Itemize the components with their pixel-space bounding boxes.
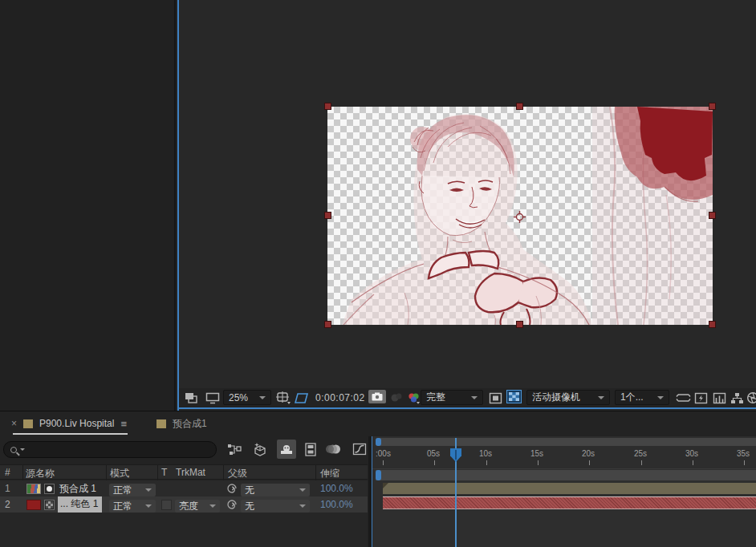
- precomp-thumbnail: [26, 484, 41, 494]
- region-of-interest-icon[interactable]: [489, 390, 502, 406]
- layer-thumbnail: [26, 480, 41, 496]
- work-area-start-handle[interactable]: [376, 470, 381, 480]
- column-divider[interactable]: [22, 465, 23, 480]
- magnification-dropdown[interactable]: 25%: [223, 390, 271, 405]
- stretch-value[interactable]: 100.0%: [320, 496, 353, 513]
- chevron-down-icon: [471, 396, 478, 399]
- layered-viewports-icon[interactable]: [185, 390, 198, 406]
- graph-editor-icon[interactable]: [350, 440, 369, 459]
- blend-mode-dropdown[interactable]: 正常: [109, 498, 156, 514]
- column-header-stretch[interactable]: 伸缩: [320, 467, 339, 480]
- layer-2-duration-bar[interactable]: [383, 496, 756, 509]
- comp-color-swatch: [23, 419, 33, 428]
- chevron-down-icon: [598, 396, 604, 399]
- selection-handle-top-right[interactable]: [709, 103, 715, 109]
- selection-handle-top-left[interactable]: [325, 103, 331, 109]
- search-input[interactable]: [30, 444, 198, 456]
- selection-handle-bottom-left[interactable]: [325, 322, 331, 327]
- ruler-tick: 25s: [634, 449, 647, 458]
- resolution-value: 完整: [426, 391, 445, 404]
- column-header-source[interactable]: 源名称: [26, 467, 55, 480]
- selection-handle-mid-left[interactable]: [325, 213, 331, 218]
- view-layout-value: 1个...: [620, 391, 644, 404]
- anchor-point[interactable]: [514, 211, 526, 223]
- parent-pickwhip-icon[interactable]: [226, 496, 238, 513]
- layer-name[interactable]: ... 纯色 1: [58, 496, 102, 513]
- preserve-transparency-checkbox[interactable]: [161, 496, 172, 513]
- view-layout-dropdown[interactable]: 1个...: [615, 390, 669, 405]
- layer-search-box[interactable]: [3, 441, 217, 458]
- selection-handle-top-center[interactable]: [517, 103, 522, 109]
- time-ruler[interactable]: :00s 05s 10s 15s 20s 25s 30s 35s: [372, 446, 756, 469]
- reset-exposure-icon[interactable]: [746, 390, 756, 406]
- layer-row-1[interactable]: 1 预合成 1 正常 无 100.0%: [0, 480, 368, 496]
- layer-row-2[interactable]: 2 ... 纯色 1 正常 亮度 无 100.0%: [0, 496, 368, 513]
- grid-guides-options-icon[interactable]: [276, 390, 291, 406]
- monitor-icon[interactable]: [205, 390, 220, 406]
- active-panel-border-left[interactable]: [177, 0, 179, 411]
- timeline-column-headers: # 源名称 模式 T TrkMat 父级 伸缩: [0, 464, 368, 480]
- take-snapshot-button[interactable]: [368, 390, 386, 403]
- comp-color-swatch: [156, 419, 166, 428]
- timeline-tab-active[interactable]: × P900.Liv Hospital ≡: [11, 411, 127, 436]
- selection-handle-mid-right[interactable]: [709, 213, 715, 218]
- show-channels-icon[interactable]: [407, 390, 421, 406]
- active-panel-border-bottom: [177, 407, 756, 409]
- solid-color-swatch: [26, 500, 41, 510]
- 3d-view-dropdown[interactable]: 活动摄像机: [526, 390, 610, 405]
- column-divider[interactable]: [106, 465, 107, 480]
- stretch-value[interactable]: 100.0%: [320, 480, 353, 496]
- selection-handle-bottom-center[interactable]: [517, 322, 522, 327]
- current-timecode[interactable]: 0:00:07:02: [315, 390, 365, 406]
- viewer-toolbar: 25% 0:00:07:02: [179, 388, 756, 407]
- panel-menu-icon[interactable]: ≡: [120, 418, 127, 430]
- parent-dropdown[interactable]: 无: [241, 482, 310, 498]
- work-area-bar[interactable]: [376, 470, 756, 480]
- layer-name[interactable]: 预合成 1: [59, 480, 96, 496]
- transparency-badge-icon[interactable]: [46, 501, 53, 509]
- timeline-panel: × P900.Liv Hospital ≡ 预合成1: [0, 411, 756, 547]
- motion-blur-icon[interactable]: [324, 440, 343, 459]
- column-header-trkmat[interactable]: TrkMat: [176, 467, 205, 478]
- ruler-tick: 30s: [685, 449, 698, 458]
- pixel-aspect-correction-icon[interactable]: [676, 390, 691, 406]
- navigator-start-handle[interactable]: [376, 438, 381, 446]
- selection-handle-bottom-right[interactable]: [709, 322, 715, 327]
- active-tab-underline: [13, 433, 128, 435]
- parent-pickwhip-icon[interactable]: [226, 480, 238, 496]
- layer-badge: [44, 480, 55, 496]
- mask-shape-visibility-icon[interactable]: [295, 390, 309, 406]
- column-header-mode[interactable]: 模式: [110, 467, 129, 480]
- parent-dropdown[interactable]: 无: [241, 498, 310, 514]
- timeline-controls-row: [0, 436, 369, 464]
- column-divider[interactable]: [223, 465, 224, 480]
- ruler-tick: 05s: [427, 449, 440, 458]
- search-options-arrow-icon[interactable]: [20, 448, 25, 451]
- composition-canvas[interactable]: [327, 107, 713, 325]
- composition-mini-flowchart-icon[interactable]: [225, 440, 244, 459]
- ruler-tick: 15s: [530, 449, 543, 458]
- chevron-down-icon: [299, 488, 306, 492]
- show-snapshot-icon[interactable]: [390, 390, 403, 406]
- column-header-parent[interactable]: 父级: [228, 467, 247, 480]
- fast-previews-icon[interactable]: [694, 390, 708, 406]
- close-icon[interactable]: ×: [11, 418, 17, 429]
- composition-flowchart-icon[interactable]: [730, 390, 744, 406]
- timeline-tab-inactive[interactable]: 预合成1: [156, 411, 207, 436]
- draft-3d-icon[interactable]: [250, 440, 270, 459]
- column-divider[interactable]: [315, 465, 316, 480]
- column-header-index[interactable]: #: [5, 467, 10, 478]
- layer-1-duration-bar[interactable]: [383, 483, 756, 494]
- time-navigator-bar[interactable]: [376, 438, 756, 446]
- timeline-button-icon[interactable]: [713, 390, 726, 406]
- column-divider[interactable]: [157, 465, 158, 480]
- column-header-t[interactable]: T: [161, 467, 167, 478]
- collapse-transform-icon[interactable]: [47, 486, 52, 492]
- track-matte-dropdown[interactable]: 亮度: [175, 498, 220, 514]
- frame-blending-icon[interactable]: [301, 440, 320, 459]
- hide-shy-layers-icon[interactable]: [277, 440, 296, 459]
- blend-mode-dropdown[interactable]: 正常: [109, 482, 156, 498]
- resolution-dropdown[interactable]: 完整: [421, 390, 483, 405]
- transparency-grid-icon[interactable]: [506, 390, 522, 403]
- ruler-tick: 10s: [479, 449, 492, 458]
